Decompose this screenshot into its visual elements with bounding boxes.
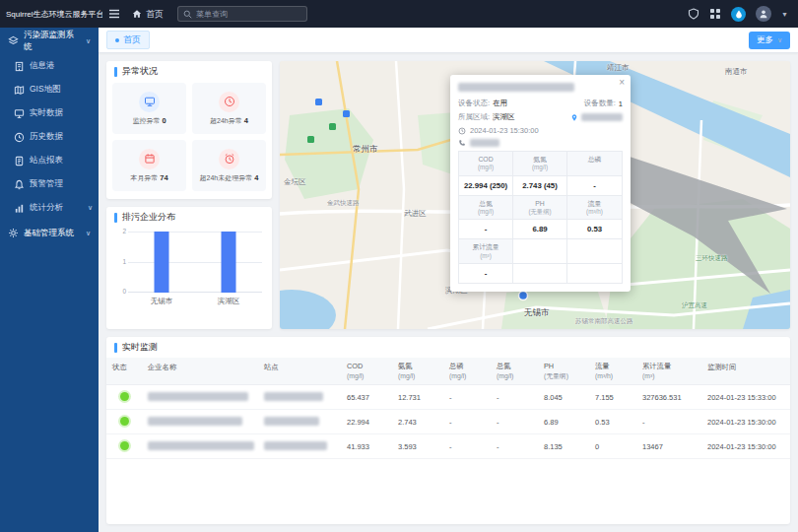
status-dot-online <box>120 417 129 426</box>
x-label: 无锡市 <box>128 297 195 306</box>
metric-header-empty <box>513 239 567 264</box>
map-label: 靖江市 <box>607 63 630 73</box>
map-label: 三环快速路 <box>696 254 728 263</box>
y-tick: 0 <box>116 288 126 295</box>
report-icon <box>14 156 25 166</box>
map-label: 武进区 <box>404 209 427 219</box>
map-label: 金武快速路 <box>327 199 360 208</box>
sidebar-item-warning-management[interactable]: 预警管理 <box>0 172 99 196</box>
active-tab-dot <box>115 38 119 42</box>
metric-header-empty <box>567 239 622 264</box>
user-menu-caret-icon[interactable]: ▼ <box>781 11 788 18</box>
sidebar-item-site-report[interactable]: 站点报表 <box>0 149 99 172</box>
abnormal-card-title: 异常状况 <box>106 61 272 82</box>
monitor-icon <box>14 108 25 119</box>
realtime-monitor-table: 状态 企业名称 站点 COD(mg/l) 氨氮(mg/l) 总磷(mg/l) 总… <box>106 358 790 459</box>
sidebar-section-base-management[interactable]: 基础管理系统 ∨ <box>0 220 99 246</box>
company-name-redacted <box>148 392 248 401</box>
breadcrumb[interactable]: 首页 <box>132 8 164 21</box>
bell-icon <box>14 179 25 190</box>
phone-redacted <box>470 139 499 147</box>
site-name-redacted <box>264 417 319 426</box>
metric-value: 0.53 <box>567 220 622 239</box>
stat-month-abnormal[interactable]: 本月异常74 <box>112 140 186 191</box>
station-popup: × 设备状态:在用 设备数量:1 所属区域:滨湖区 2024-01-23 15:… <box>450 75 631 292</box>
tab-home[interactable]: 首页 <box>106 31 150 49</box>
metric-header: 总氮(mg/l) <box>459 196 513 221</box>
sidebar-item-gis-map[interactable]: GIS地图 <box>0 78 99 101</box>
table-card-title: 实时监测 <box>106 337 790 358</box>
top-bar: Squirrel生态环境云服务平台 首页 ▼ <box>0 0 798 28</box>
sidebar-item-label: 统计分析 <box>30 202 83 214</box>
gear-icon <box>8 228 19 238</box>
hamburger-menu-icon[interactable] <box>108 8 120 20</box>
table-row[interactable]: 65.437 12.731 - - 8.045 7.155 327636.531… <box>106 385 790 410</box>
metric-value: 6.89 <box>513 220 567 239</box>
title-accent <box>114 213 117 223</box>
table-row[interactable]: 41.933 3.593 - - 8.135 0 13467 2024-01-2… <box>106 434 790 459</box>
sidebar-item-label: GIS地图 <box>30 84 93 96</box>
abnormal-stats: 监控异常0 超24h异常4 本月异常74 <box>106 82 272 197</box>
stat-monitor-abnormal[interactable]: 监控异常0 <box>112 83 186 134</box>
search-input[interactable] <box>196 10 301 19</box>
user-avatar[interactable] <box>756 6 771 22</box>
table-header-row: 状态 企业名称 站点 COD(mg/l) 氨氮(mg/l) 总磷(mg/l) 总… <box>106 358 790 385</box>
company-name-redacted <box>148 417 242 426</box>
menu-search[interactable] <box>177 6 307 22</box>
chart-card-title: 排污企业分布 <box>106 207 272 228</box>
card-title-text: 异常状况 <box>122 65 158 78</box>
close-icon[interactable]: × <box>619 78 625 88</box>
map-label: 苏锡常南部高速公路 <box>575 317 633 326</box>
apps-grid-icon[interactable] <box>709 8 721 20</box>
sidebar-item-label: 信息港 <box>30 60 93 72</box>
stat-over-24h-abnormal[interactable]: 超24h异常4 <box>192 83 266 134</box>
bar-chart: 2 1 0 无锡市 滨湖区 <box>128 232 262 308</box>
calendar-icon <box>139 149 160 169</box>
sidebar-item-info-port[interactable]: 信息港 <box>0 54 99 78</box>
card-title-text: 实时监测 <box>122 341 158 354</box>
field-label: 所属区域: <box>458 112 490 122</box>
sidebar-item-label: 预警管理 <box>30 178 93 190</box>
map-label: 金坛区 <box>284 177 306 187</box>
breadcrumb-home: 首页 <box>146 8 164 21</box>
shield-icon[interactable] <box>688 8 699 20</box>
stat-label: 监控异常0 <box>132 116 166 126</box>
sidebar-item-statistics[interactable]: 统计分析 ∨ <box>0 196 99 220</box>
bar-slot-binhu <box>195 232 262 293</box>
location-pin-icon <box>570 113 578 122</box>
sidebar-item-realtime-data[interactable]: 实时数据 <box>0 101 99 125</box>
building-icon <box>14 61 25 72</box>
field-value: 在用 <box>493 99 507 108</box>
chevron-down-icon: ∨ <box>88 204 93 212</box>
metric-header: 流量(m³/h) <box>567 196 622 221</box>
metric-value: 2.743 (45) <box>513 176 567 196</box>
chevron-down-icon: ∨ <box>86 230 91 237</box>
clock-icon <box>14 132 25 143</box>
title-accent <box>114 67 117 77</box>
popup-metrics-table: COD(mg/l) 氨氮(mg/l) 总磷 22.994 (250) 2.743… <box>458 151 623 284</box>
station-marker <box>519 292 528 300</box>
x-axis-labels: 无锡市 滨湖区 <box>128 297 262 306</box>
layers-icon <box>8 35 19 46</box>
table-row[interactable]: 22.994 2.743 - - 6.89 0.53 - 2024-01-23 … <box>106 410 790 434</box>
address-redacted <box>581 113 623 121</box>
left-panel: 异常状况 监控异常0 超24h异常4 <box>106 61 272 329</box>
alarm-clock-icon <box>219 149 239 169</box>
water-drop-brand-icon[interactable] <box>731 7 746 22</box>
section-label: 污染源监测系统 <box>24 30 81 53</box>
more-button[interactable]: 更多 ∨ <box>749 32 790 49</box>
metric-value: - <box>459 264 513 283</box>
gis-map[interactable]: 靖江市 南通市 江阴市 常州市 金坛区 武进区 金武快速路 滨湖区 无锡市 三环… <box>280 61 790 329</box>
bar-binhu[interactable] <box>222 232 236 293</box>
stat-label: 本月异常74 <box>130 173 167 183</box>
metric-value-empty <box>567 264 622 283</box>
bar-slots <box>128 232 262 293</box>
main-content: 首页 更多 ∨ 异常状况 监控异常0 <box>99 28 798 532</box>
sidebar-item-history-data[interactable]: 历史数据 <box>0 125 99 149</box>
sidebar-item-label: 实时数据 <box>30 107 93 119</box>
bar-wuxi[interactable] <box>155 232 169 293</box>
stat-over-24h-unhandled[interactable]: 超24h未处理异常4 <box>192 140 266 191</box>
map-icon <box>14 85 25 96</box>
map-label: 南通市 <box>725 67 748 77</box>
sidebar-section-pollution-monitoring[interactable]: 污染源监测系统 ∨ <box>0 28 99 54</box>
